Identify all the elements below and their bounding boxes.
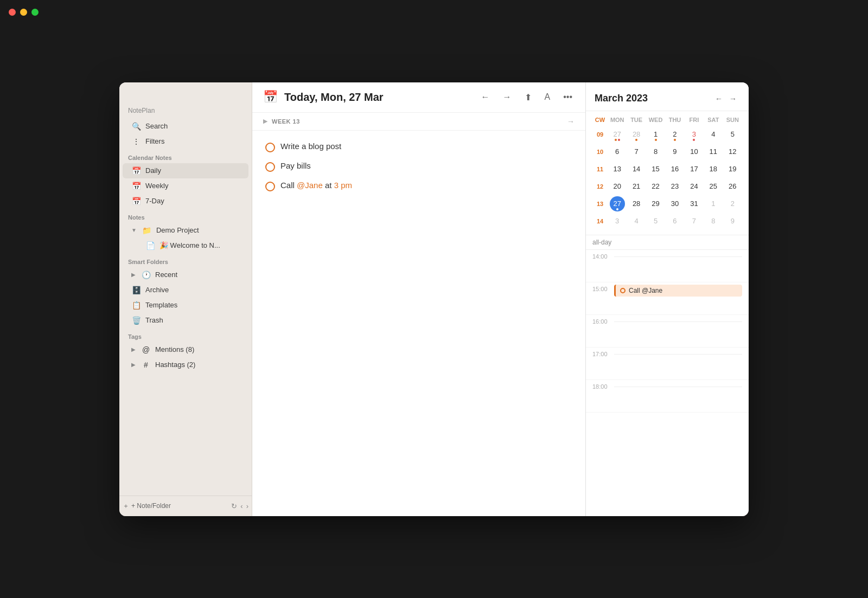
task-text-1: Write a blog post	[280, 142, 341, 151]
calendar-day-cell[interactable]: 17	[686, 162, 701, 177]
sidebar-item-trash[interactable]: 🗑️ Trash	[123, 313, 248, 328]
dot-container	[616, 208, 618, 210]
time-line	[614, 256, 742, 257]
thu-header: THU	[665, 115, 684, 124]
time-slot: 15:00Call @Jane	[586, 282, 749, 315]
calendar-day-cell[interactable]: 23	[667, 179, 682, 194]
sidebar-item-welcome-note[interactable]: 📄 🎉 Welcome to N...	[123, 238, 248, 253]
sidebar-item-daily[interactable]: 📅 Daily	[123, 163, 248, 178]
calendar-day-cell[interactable]: 2	[725, 196, 740, 211]
calendar-day-cell[interactable]: 14	[629, 162, 644, 177]
calendar-day-cell[interactable]: 22	[648, 179, 663, 194]
task-checkbox-1[interactable]	[265, 143, 275, 152]
calendar-day-cell[interactable]: 1	[706, 196, 721, 211]
calendar-title: March 2023	[595, 93, 712, 104]
call-suffix: at	[323, 181, 334, 190]
sidebar-item-demo-project[interactable]: ▼ 📁 Demo Project	[123, 223, 248, 238]
add-label: + Note/Folder	[131, 502, 171, 510]
add-note-folder-button[interactable]: ＋ + Note/Folder	[123, 501, 171, 511]
time-slots: 14:0015:00Call @Jane16:0017:0018:00	[586, 250, 749, 413]
event-block[interactable]: Call @Jane	[614, 285, 742, 297]
calendar-day-cell[interactable]: 7	[629, 144, 644, 159]
sidebar-item-archive[interactable]: 🗄️ Archive	[123, 282, 248, 298]
forward-nav-button[interactable]: →	[501, 90, 514, 104]
calendar-day-cell[interactable]: 1	[648, 127, 663, 142]
calendar-day-cell[interactable]: 24	[686, 179, 701, 194]
calendar-prev-button[interactable]: ←	[712, 92, 726, 105]
hashtags-label: Hashtags (2)	[155, 361, 195, 369]
more-button[interactable]: •••	[561, 90, 575, 104]
calendar-day-cell[interactable]: 31	[686, 196, 701, 211]
sidebar-item-search[interactable]: 🔍 Search	[123, 119, 248, 134]
time-slot: 16:00	[586, 315, 749, 348]
font-button[interactable]: A	[542, 90, 553, 104]
sidebar-item-templates[interactable]: 📋 Templates	[123, 298, 248, 313]
task-checkbox-2[interactable]	[265, 162, 275, 172]
calendar-day-cell[interactable]: 20	[610, 179, 625, 194]
plus-icon: ＋	[123, 501, 129, 511]
sidebar-item-7day[interactable]: 📅 7-Day	[123, 194, 248, 209]
calendar-panel: March 2023 ← → CW MON TUE WED THU FRI SA…	[586, 82, 749, 516]
calendar-day-cell[interactable]: 26	[725, 179, 740, 194]
calendar-day-cell[interactable]: 5	[725, 127, 740, 142]
calendar-day-cell[interactable]: 3	[686, 127, 701, 142]
calendar-day-cell[interactable]: 25	[706, 179, 721, 194]
templates-icon: 📋	[131, 301, 141, 310]
calendar-day-cell[interactable]: 30	[667, 196, 682, 211]
calendar-day-cell[interactable]: 9	[725, 214, 740, 229]
sidebar-item-mentions[interactable]: ▶ @ Mentions (8)	[123, 342, 248, 357]
recent-icon: 🕐	[141, 271, 151, 279]
calendar-day-cell[interactable]: 28	[629, 196, 644, 211]
calendar-day-cell[interactable]: 27	[610, 196, 625, 211]
tags-section: Tags	[119, 328, 252, 342]
calendar-day-cell[interactable]: 2	[667, 127, 682, 142]
calendar-week-row: 09272812345	[592, 126, 742, 143]
calendar-day-cell[interactable]: 19	[725, 162, 740, 177]
calendar-day-cell[interactable]: 8	[648, 144, 663, 159]
calendar-day-cell[interactable]: 4	[629, 214, 644, 229]
search-icon: 🔍	[131, 122, 141, 131]
calendar-day-cell[interactable]: 11	[706, 144, 721, 159]
calendar-day-cell[interactable]: 3	[610, 214, 625, 229]
calendar-day-cell[interactable]: 4	[706, 127, 721, 142]
search-label: Search	[145, 122, 168, 130]
sidebar-item-filters[interactable]: ⋮ Filters	[123, 134, 248, 149]
sidebar-item-weekly[interactable]: 📅 Weekly	[123, 178, 248, 194]
back-nav-button[interactable]: ←	[479, 90, 492, 104]
app-name-label: NotePlan	[119, 107, 252, 119]
chevron-right-hashtags-icon: ▶	[131, 362, 136, 368]
calendar-next-button[interactable]: →	[726, 92, 740, 105]
calendar-day-cell[interactable]: 18	[706, 162, 721, 177]
sidebar-item-recent[interactable]: ▶ 🕐 Recent	[123, 267, 248, 282]
calendar-day-cell[interactable]: 15	[648, 162, 663, 177]
time-label: 15:00	[592, 282, 614, 292]
task-text-3: Call @Jane at 3 pm	[280, 181, 352, 190]
calendar-day-cell[interactable]: 8	[706, 214, 721, 229]
share-button[interactable]: ⬆	[522, 90, 534, 105]
calendar-day-cell[interactable]: 13	[610, 162, 625, 177]
calendar-day-cell[interactable]: 6	[667, 214, 682, 229]
sidebar-bottom-icons: ↻ ‹ ›	[231, 502, 248, 510]
calendar-day-cell[interactable]: 27	[610, 127, 625, 142]
calendar-day-cell[interactable]: 10	[686, 144, 701, 159]
calendar-day-cell[interactable]: 12	[725, 144, 740, 159]
nav-back-icon[interactable]: ‹	[240, 502, 242, 510]
sidebar-item-hashtags[interactable]: ▶ # Hashtags (2)	[123, 357, 248, 372]
cw-header: CW	[592, 115, 608, 124]
calendar-day-cell[interactable]: 16	[667, 162, 682, 177]
calendar-day-cell[interactable]: 21	[629, 179, 644, 194]
archive-label: Archive	[145, 286, 169, 294]
templates-label: Templates	[145, 301, 177, 309]
filters-label: Filters	[145, 137, 164, 145]
refresh-icon[interactable]: ↻	[231, 502, 237, 510]
calendar-day-cell[interactable]: 9	[667, 144, 682, 159]
cw-cell: 14	[592, 216, 608, 227]
calendar-day-cell[interactable]: 7	[686, 214, 701, 229]
calendar-day-cell[interactable]: 5	[648, 214, 663, 229]
calendar-day-cell[interactable]: 28	[629, 127, 644, 142]
task-checkbox-3[interactable]	[265, 182, 275, 191]
time-slot: 18:00	[586, 380, 749, 413]
nav-forward-icon[interactable]: ›	[246, 502, 248, 510]
calendar-day-cell[interactable]: 6	[610, 144, 625, 159]
calendar-day-cell[interactable]: 29	[648, 196, 663, 211]
